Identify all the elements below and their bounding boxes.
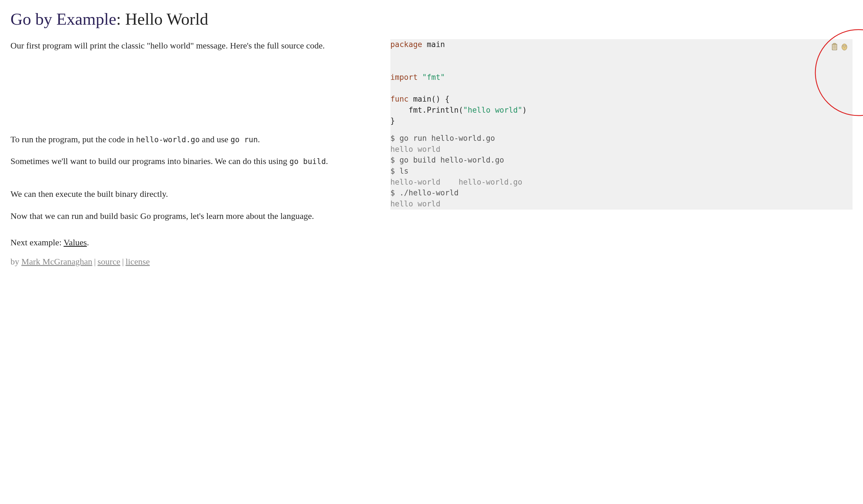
content-table: Our first program will print the classic… (11, 39, 852, 223)
shell-output: $ go run hello-world.go hello world (390, 133, 852, 155)
code-icons (830, 43, 849, 51)
footer-author-link[interactable]: Mark McGranaghan (22, 257, 92, 266)
svg-point-6 (842, 44, 847, 50)
footer-source-link[interactable]: source (98, 257, 120, 266)
next-example: Next example: Values. (11, 236, 852, 249)
doc-cell: Our first program will print the classic… (11, 39, 390, 133)
footer-sep: | (120, 257, 126, 266)
svg-point-10 (845, 46, 846, 46)
doc-cell: Sometimes we'll want to build our progra… (11, 155, 390, 188)
footer-sep: | (92, 257, 98, 266)
gopher-run-icon[interactable] (840, 43, 849, 51)
doc-text: We can then execute the built binary dir… (11, 188, 390, 200)
page-name: Hello World (125, 10, 209, 28)
next-link[interactable]: Values (64, 237, 87, 247)
shell-output: $ go build hello-world.go $ ls hello-wor… (390, 155, 852, 188)
svg-point-9 (843, 46, 843, 46)
footer-by: by (11, 257, 22, 266)
doc-text: Our first program will print the classic… (11, 39, 390, 52)
title-sep: : (116, 10, 125, 28)
svg-rect-2 (833, 43, 836, 45)
next-suffix: . (87, 237, 89, 247)
code-cell (390, 210, 852, 223)
next-label: Next example: (11, 237, 64, 247)
code-cell: Run codepackage main import "fmt" func m… (390, 39, 852, 133)
page-title: Go by Example: Hello World (11, 9, 852, 30)
doc-text: Now that we can run and build basic Go p… (11, 210, 390, 222)
code-cell: $ go run hello-world.go hello world (390, 133, 852, 155)
doc-text: To run the program, put the code in hell… (11, 133, 390, 146)
clipboard-icon[interactable] (830, 43, 839, 51)
footer-license-link[interactable]: license (126, 257, 150, 266)
doc-cell: We can then execute the built binary dir… (11, 188, 390, 209)
code-cell: $ ./hello-world hello world (390, 188, 852, 209)
site-link[interactable]: Go by Example (11, 10, 116, 28)
doc-text: Sometimes we'll want to build our progra… (11, 155, 390, 168)
source-code: package main import "fmt" func main() { … (390, 39, 852, 127)
doc-cell: To run the program, put the code in hell… (11, 133, 390, 155)
doc-cell: Now that we can run and build basic Go p… (11, 210, 390, 223)
footer: by Mark McGranaghan|source|license (11, 255, 852, 268)
code-cell: $ go build hello-world.go $ ls hello-wor… (390, 155, 852, 188)
shell-output: $ ./hello-world hello world (390, 188, 852, 209)
svg-point-11 (844, 47, 845, 48)
inline-code: hello-world.go (136, 135, 200, 144)
inline-code: go build (289, 157, 326, 166)
inline-code: go run (230, 135, 258, 144)
